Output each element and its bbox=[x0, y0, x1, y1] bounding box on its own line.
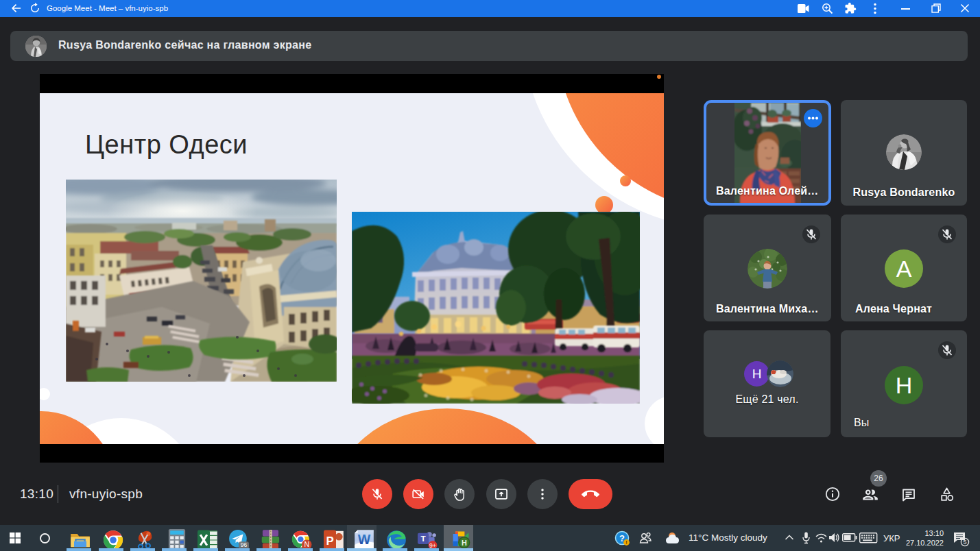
svg-text:W: W bbox=[358, 532, 371, 547]
svg-text:H: H bbox=[462, 539, 467, 547]
svg-text:5: 5 bbox=[963, 539, 966, 546]
svg-text:96: 96 bbox=[241, 541, 248, 548]
svg-text:N: N bbox=[304, 540, 309, 548]
svg-text:P: P bbox=[326, 535, 333, 548]
svg-text:!: ! bbox=[625, 539, 628, 546]
svg-text:T: T bbox=[420, 534, 426, 543]
